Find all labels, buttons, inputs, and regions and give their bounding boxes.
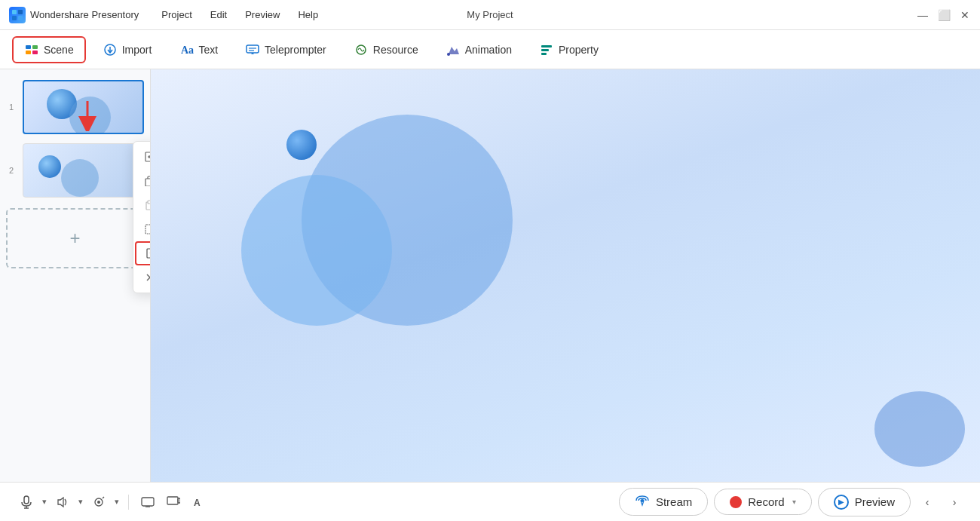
delete-icon [144, 271, 151, 283]
paste-icon [144, 199, 151, 211]
context-select-all[interactable]: Select All Ctrl+A [133, 217, 151, 241]
logo-icon [9, 7, 26, 23]
svg-point-15 [447, 53, 450, 56]
close-button[interactable]: ✕ [959, 9, 971, 21]
slide-number-2: 2 [6, 166, 17, 175]
stream-label: Stream [656, 495, 692, 508]
toolbar-animation[interactable]: Animation [435, 38, 522, 62]
context-copy[interactable]: Copy Ctrl+C [133, 169, 151, 193]
app-logo: Wondershare Presentory [9, 7, 139, 23]
add-slide-icon: + [69, 228, 80, 249]
svg-rect-6 [26, 51, 31, 54]
window-controls: — ⬜ ✕ [917, 9, 971, 21]
svg-rect-16 [541, 45, 552, 48]
svg-rect-2 [12, 16, 17, 20]
text-size-button[interactable]: A [188, 491, 210, 513]
select-all-icon [144, 223, 151, 235]
slides-panel: 1 2 + [0, 69, 151, 482]
context-add-transition[interactable]: Add Transition [135, 241, 151, 265]
svg-point-36 [97, 501, 100, 504]
svg-text:Aa: Aa [181, 44, 194, 56]
project-title: My Project [467, 9, 513, 20]
canvas-area[interactable] [151, 69, 980, 482]
add-slide-button[interactable]: + [6, 208, 144, 268]
stream-button[interactable]: Stream [619, 488, 708, 516]
titlebar: Wondershare Presentory Project Edit Prev… [0, 0, 980, 30]
record-dropdown-arrow[interactable]: ▾ [792, 498, 796, 506]
arrow-indicator [75, 101, 100, 134]
volume-dropdown[interactable]: ▾ [77, 494, 84, 510]
svg-rect-24 [145, 179, 151, 186]
canvas-decoration-3 [874, 391, 965, 467]
svg-rect-42 [178, 498, 180, 503]
preview-label: Preview [855, 495, 895, 508]
toolbar-text-label: Text [198, 44, 218, 56]
webcam-dropdown[interactable]: ▾ [113, 494, 121, 510]
canvas-decoration-2 [241, 175, 392, 326]
webcam-button[interactable] [87, 491, 110, 513]
preview-button[interactable]: ▶ Preview [818, 488, 911, 516]
monitor-button[interactable] [162, 491, 185, 513]
svg-rect-7 [32, 51, 38, 54]
copy-icon [144, 175, 151, 187]
import-icon [103, 42, 118, 57]
menu-preview[interactable]: Preview [237, 6, 287, 23]
screen-button[interactable] [136, 491, 159, 513]
volume-button[interactable] [51, 491, 74, 513]
svg-rect-11 [247, 45, 259, 53]
toolbar-property[interactable]: Property [528, 38, 609, 62]
animation-icon [446, 42, 461, 57]
menu-help[interactable]: Help [290, 6, 326, 23]
context-paste[interactable]: Paste Ctrl+V [133, 193, 151, 217]
slide-thumbnail-2[interactable] [23, 143, 144, 198]
toolbar-import[interactable]: Import [92, 38, 163, 62]
svg-rect-4 [26, 45, 31, 49]
toolbar-resource[interactable]: Resource [343, 38, 429, 62]
toolbar-scene-label: Scene [44, 44, 74, 56]
nav-prev-button[interactable]: ‹ [917, 492, 938, 513]
teleprompter-icon [245, 42, 260, 57]
add-transition-icon [145, 247, 151, 259]
record-button[interactable]: Record ▾ [714, 489, 811, 515]
app-name: Wondershare Presentory [30, 9, 139, 20]
preview-icon: ▶ [834, 495, 849, 510]
nav-next-button[interactable]: › [944, 492, 965, 513]
resource-icon [354, 42, 369, 57]
toolbar-scene[interactable]: Scene [12, 36, 86, 63]
context-delete[interactable]: Delete Del [133, 265, 151, 290]
bottom-toolbar: ▾ ▾ ▾ A [0, 482, 980, 521]
toolbar-text[interactable]: Aa Text [168, 38, 228, 62]
menu-project[interactable]: Project [154, 6, 199, 23]
toolbar-teleprompter[interactable]: Teleprompter [234, 38, 337, 62]
toolbar-resource-label: Resource [373, 44, 418, 56]
main-area: 1 2 + [0, 69, 980, 482]
toolbar-import-label: Import [122, 44, 152, 56]
thumb-circle-3 [38, 155, 61, 178]
main-toolbar: Scene Import Aa Text Telepr [0, 30, 980, 69]
bottom-right-controls: Stream Record ▾ ▶ Preview ‹ › [619, 488, 965, 516]
menu-bar: Project Edit Preview Help [154, 6, 326, 23]
mic-button[interactable] [15, 491, 38, 513]
svg-rect-18 [541, 53, 547, 55]
maximize-button[interactable]: ⬜ [938, 9, 950, 21]
text-icon: Aa [179, 42, 194, 57]
svg-line-37 [103, 497, 104, 498]
slide-number-1: 1 [6, 103, 17, 112]
property-icon [539, 42, 554, 57]
menu-edit[interactable]: Edit [203, 6, 234, 23]
toolbar-property-label: Property [559, 44, 599, 56]
minimize-button[interactable]: — [917, 9, 929, 21]
mic-dropdown[interactable]: ▾ [41, 494, 48, 510]
svg-rect-38 [142, 498, 154, 506]
context-new-slide[interactable]: New Slide [133, 145, 151, 169]
slide-item-2[interactable]: 2 [0, 139, 150, 202]
svg-rect-32 [24, 496, 29, 504]
scene-icon [24, 42, 39, 57]
canvas-sphere [286, 130, 317, 160]
toolbar-animation-label: Animation [465, 44, 512, 56]
toolbar-teleprompter-label: Teleprompter [265, 44, 326, 56]
svg-rect-3 [18, 16, 23, 20]
svg-rect-41 [167, 497, 178, 504]
svg-rect-1 [18, 10, 23, 14]
thumb-circle-4 [61, 159, 99, 197]
